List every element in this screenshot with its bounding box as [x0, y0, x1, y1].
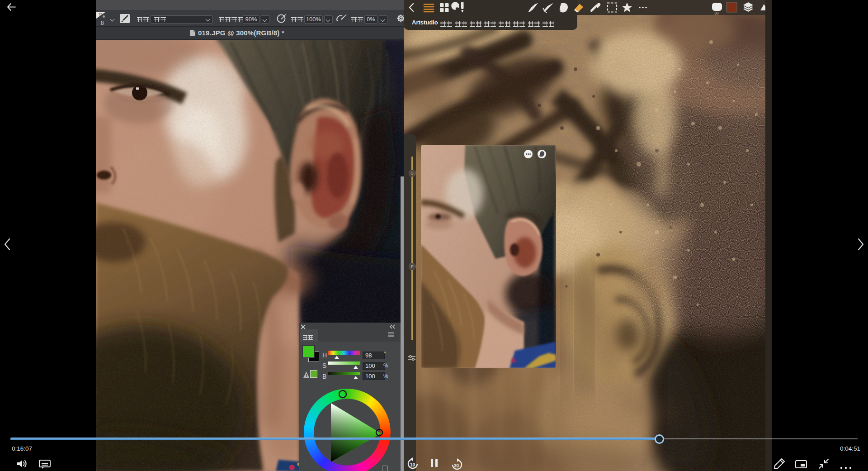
svg-text:10: 10 — [410, 462, 415, 467]
svg-text:38: 38 — [714, 11, 719, 15]
svg-text:15: 15 — [99, 13, 102, 16]
svg-text:30: 30 — [454, 463, 459, 468]
